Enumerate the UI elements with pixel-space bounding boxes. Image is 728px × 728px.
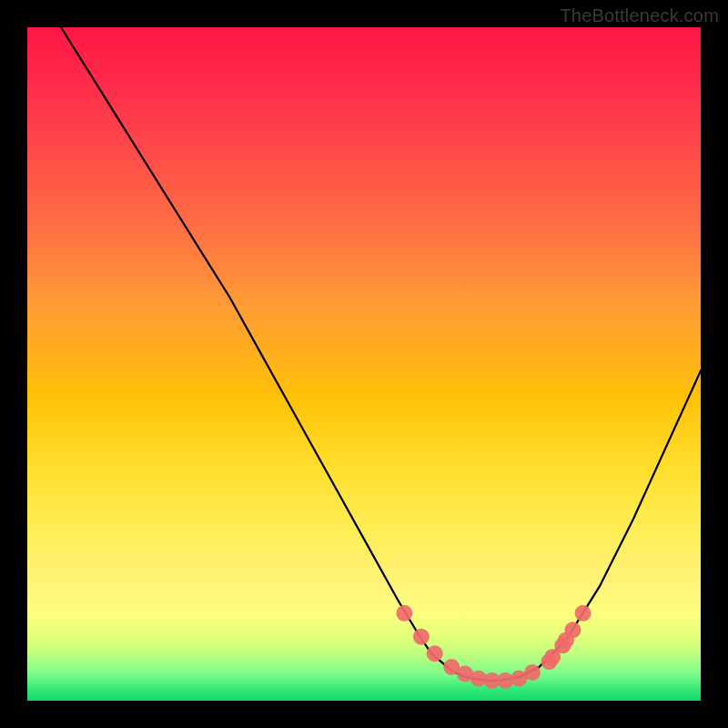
plot-area — [27, 27, 701, 701]
chart-overlay — [27, 27, 701, 701]
marker-dot — [413, 629, 430, 645]
highlight-markers — [396, 605, 591, 689]
marker-dot — [575, 605, 592, 622]
marker-dot — [558, 632, 574, 648]
watermark-text: TheBottleneck.com — [560, 5, 719, 26]
marker-dot — [524, 664, 541, 681]
curve-line — [61, 27, 701, 681]
marker-dot — [544, 649, 561, 665]
marker-dot — [396, 605, 412, 622]
chart-container: TheBottleneck.com — [0, 0, 728, 728]
marker-dot — [427, 645, 443, 662]
